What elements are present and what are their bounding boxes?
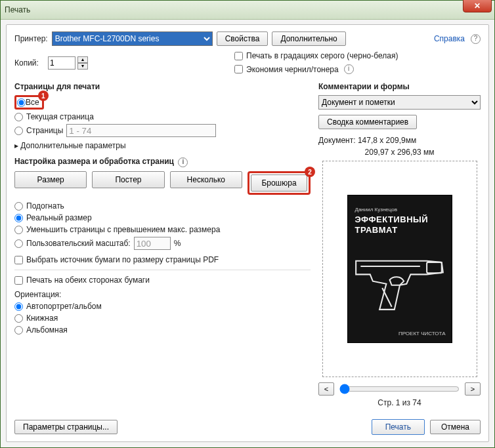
orient-auto-radio[interactable] [14,302,23,311]
window-close-button[interactable]: ✕ [463,0,492,12]
duplex-label: Печать на обеих сторонах бумаги [26,275,150,285]
pages-all-radio[interactable] [17,98,26,107]
close-icon: ✕ [474,1,481,10]
tab-size[interactable]: Размер [14,171,87,188]
page-slider[interactable] [339,384,460,394]
doc-dims-value: 147,8 x 209,9мм [358,136,416,145]
percent-label: % [174,239,181,248]
orient-landscape-label: Альбомная [26,325,68,335]
copies-input[interactable] [48,56,75,70]
info-icon[interactable]: i [344,64,354,74]
tab-poster[interactable]: Постер [92,171,164,188]
page-dims-value: 209,97 x 296,93 мм [318,148,481,157]
next-page-button[interactable]: > [465,382,481,396]
help-link[interactable]: Справка [434,34,465,43]
more-options-toggle[interactable]: ▸ Дополнительные параметры [14,141,311,150]
actual-label: Реальный размер [26,213,92,222]
annotation-badge-2: 2 [305,167,315,177]
orient-landscape-radio[interactable] [14,326,23,335]
prev-page-button[interactable]: < [318,382,334,396]
svg-line-2 [382,288,391,307]
pages-all-label: Все [26,98,39,107]
advanced-button[interactable]: Дополнительно [272,31,345,46]
comments-group-title: Комментарии и формы [318,82,481,91]
save-ink-checkbox[interactable] [234,65,243,73]
save-ink-label: Экономия чернил/тонера [246,65,339,74]
print-button[interactable]: Печать [372,419,425,435]
copies-label: Копий: [14,58,45,68]
paper-source-label: Выбрать источник бумаги по размеру стран… [26,255,219,264]
fit-label: Подогнать [26,201,64,211]
printer-select[interactable]: Brother MFC-L2700DN series [52,31,213,46]
custom-label: Пользовательский масштаб: [26,239,131,248]
shrink-label: Уменьшить страницы с превышением макс. р… [26,225,220,234]
pages-range-input[interactable] [66,124,216,137]
actual-radio[interactable] [14,214,23,222]
info-icon[interactable]: i [178,157,188,167]
print-preview: Даниил Кузнецов ЭФФЕКТИВНЫЙ ТРАВМАТ [322,161,477,377]
grayscale-label: Печать в градациях серого (черно-белая) [246,51,398,60]
sizing-group-title: Настройка размера и обработка страниц [14,157,174,166]
comments-select[interactable]: Документ и пометки [318,95,481,110]
printer-label: Принтер: [14,34,48,43]
properties-button[interactable]: Свойства [217,31,269,46]
pages-range-label: Страницы [26,126,63,135]
orientation-label: Ориентация: [14,290,311,299]
cancel-button[interactable]: Отмена [430,420,481,434]
preview-page: Даниил Кузнецов ЭФФЕКТИВНЫЙ ТРАВМАТ [347,195,452,343]
cover-author: Даниил Кузнецов [355,207,398,213]
pages-current-label: Текущая страница [26,112,94,121]
grayscale-checkbox[interactable] [234,52,243,60]
orient-portrait-radio[interactable] [14,314,23,323]
help-icon[interactable]: ? [471,34,481,44]
page-indicator: Стр. 1 из 74 [318,398,481,407]
tab-booklet[interactable]: Брошюра [251,174,307,192]
duplex-checkbox[interactable] [14,276,23,285]
tab-multiple[interactable]: Несколько [170,171,242,188]
copies-spin-up[interactable]: ▲ [77,56,88,63]
shrink-radio[interactable] [14,226,23,234]
cover-project: ПРОЕКТ ЧИСТОТА [398,331,446,336]
comments-summary-button[interactable]: Сводка комментариев [318,115,417,129]
cover-gun-illustration [353,242,447,323]
pages-range-radio[interactable] [14,127,23,135]
annotation-badge-1: 1 [38,91,49,101]
window-title: Печать [5,5,30,14]
paper-source-checkbox[interactable] [14,256,23,264]
page-setup-button[interactable]: Параметры страницы... [14,420,118,434]
cover-title-1: ЭФФЕКТИВНЫЙ [355,214,429,224]
copies-spin-down[interactable]: ▼ [77,63,88,70]
fit-radio[interactable] [14,202,23,211]
pages-group-title: Страницы для печати [14,82,311,91]
cover-title-2: ТРАВМАТ [355,225,398,235]
custom-radio[interactable] [14,239,23,248]
pages-current-radio[interactable] [14,113,23,121]
svg-rect-0 [427,262,442,273]
orient-auto-label: Автопортрет/альбом [26,302,102,311]
orient-portrait-label: Книжная [26,314,58,323]
doc-dims-label: Документ: [318,136,356,145]
custom-scale-input[interactable] [134,237,171,250]
